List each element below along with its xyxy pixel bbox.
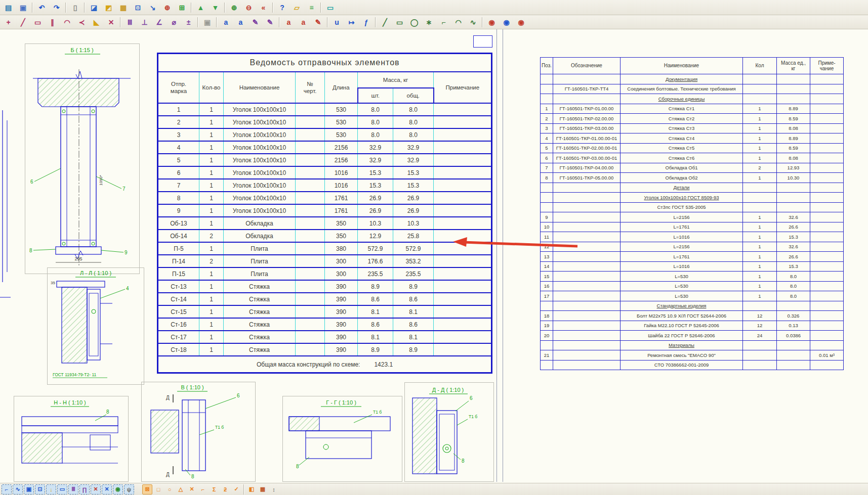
polyline-tool[interactable]: ≺ xyxy=(75,16,89,28)
sheet-icon[interactable]: ▯ xyxy=(68,1,82,14)
seg-line-tool[interactable]: ╱ xyxy=(378,16,392,28)
snap-triangle[interactable]: △ xyxy=(176,484,186,494)
dim-chain-tool[interactable]: ± xyxy=(182,16,195,28)
snap-bars[interactable]: Ⅲ xyxy=(68,484,78,494)
snap-points-icon[interactable]: ↕ xyxy=(269,484,279,494)
angle-tool[interactable]: ◣ xyxy=(90,16,103,28)
snap-sigma-off[interactable]: ƻ xyxy=(220,484,230,494)
hatched-end xyxy=(289,417,319,431)
fit-window-icon[interactable]: ⊡ xyxy=(131,1,145,14)
snap-check[interactable]: ✓ xyxy=(231,484,241,494)
shipping-cell: 1 xyxy=(199,179,224,192)
web-red2-icon[interactable]: ◉ xyxy=(514,16,528,28)
dim-vertical-tool[interactable]: ⊥ xyxy=(138,16,151,28)
doc-yellow-icon[interactable]: ◩ xyxy=(102,1,115,14)
view-v[interactable]: В ( 1:10 ) Д 6 Т1 б 8 Д xyxy=(141,382,256,482)
view-nn[interactable]: Н - Н ( 1:10 ) 8 xyxy=(14,396,129,482)
zoom-out-icon[interactable]: ⊖ xyxy=(242,1,256,14)
style-brush-tool[interactable]: ✎ xyxy=(249,16,262,28)
snap-x[interactable]: ✕ xyxy=(187,484,197,494)
spec-cell: 8.89 xyxy=(777,133,810,144)
view-gg[interactable]: Г - Г ( 1:10 ) Т1 б 8 xyxy=(282,396,402,482)
point-tool[interactable]: + xyxy=(2,16,15,28)
brush-red-tool[interactable]: ✎ xyxy=(311,16,325,28)
text-tool[interactable]: a xyxy=(219,16,233,28)
redo-icon[interactable]: ↷ xyxy=(50,1,63,14)
snap-cross-red[interactable]: ✕ xyxy=(91,484,101,494)
snap-plug[interactable]: ψ xyxy=(124,484,134,494)
shipping-cell: Уголок 100х100х10 xyxy=(224,116,296,128)
seg-corner-tool[interactable]: ⌐ xyxy=(437,16,450,28)
text-multi-tool[interactable]: a xyxy=(234,16,247,28)
insert-view-tool[interactable]: u xyxy=(330,16,344,28)
dim-linear-tool[interactable]: Ⅲ xyxy=(123,16,137,28)
shipping-elements-table[interactable]: Ведомость отправочных элементов Отпр. ма… xyxy=(157,53,492,374)
paste-icon[interactable]: ▣ xyxy=(16,1,30,14)
rebuild-down-icon[interactable]: ▼ xyxy=(209,1,222,14)
zoom-prev-icon[interactable]: « xyxy=(257,1,270,14)
doc-list-icon[interactable]: ≡ xyxy=(305,1,318,14)
snap-rect[interactable]: ▭ xyxy=(57,484,67,494)
seg-rect-tool[interactable]: ▭ xyxy=(393,16,406,28)
doc-blue-icon[interactable]: ◪ xyxy=(87,1,101,14)
shipping-cell: Обкладка xyxy=(224,217,296,230)
snap-x-active[interactable]: ⊠ xyxy=(142,484,152,494)
rebuild-up-icon[interactable]: ▲ xyxy=(194,1,208,14)
undo-icon[interactable]: ↶ xyxy=(35,1,49,14)
style-copy-tool[interactable]: ✎ xyxy=(263,16,277,28)
web-blue-icon[interactable]: ◉ xyxy=(500,16,513,28)
snap-circle[interactable]: ○ xyxy=(164,484,175,494)
spec-cell: 8.08 xyxy=(777,153,810,163)
seg-curve-tool[interactable]: ∿ xyxy=(466,16,480,28)
macro-tool[interactable]: ▣ xyxy=(200,16,214,28)
col-header-name: Наименование xyxy=(224,72,296,103)
snap-fit[interactable]: ⊡ xyxy=(35,484,45,494)
ortho-icon[interactable]: ◧ xyxy=(246,484,257,494)
text-red-multi-tool[interactable]: a xyxy=(297,16,310,28)
snap-box[interactable]: ▣ xyxy=(24,484,34,494)
snap-curve[interactable]: ∿ xyxy=(13,484,23,494)
spec-cell: 1 xyxy=(743,261,777,272)
spec-cell: Болт М22х75 10.9 Х/Л ГОСТ 52644-2006 xyxy=(621,311,743,321)
grid-icon[interactable]: ▦ xyxy=(258,484,268,494)
add-doc-icon[interactable]: ⊞ xyxy=(175,1,189,14)
specification-table[interactable]: Поз. Обозначение Наименование Кол Масса … xyxy=(540,57,844,370)
seg-spline-tool[interactable]: ∗ xyxy=(422,16,436,28)
rect-tool[interactable]: ▭ xyxy=(31,16,45,28)
snap-sigma[interactable]: Σ xyxy=(209,484,219,494)
dim-diameter-tool[interactable]: ⌀ xyxy=(167,16,181,28)
dim-angular-tool[interactable]: ∠ xyxy=(152,16,166,28)
callout-6: 6 xyxy=(470,395,473,401)
line-tool[interactable]: ╱ xyxy=(16,16,30,28)
zoom-in-icon[interactable]: ⊕ xyxy=(227,1,241,14)
snap-square[interactable]: □ xyxy=(153,484,163,494)
view-ll[interactable]: Л - Л ( 1:10 ) 4 35 ГОСТ 11934-79-Т2- 11 xyxy=(47,267,144,385)
tiles-icon[interactable]: ▦ xyxy=(116,1,130,14)
insert-arrow-tool[interactable]: ↦ xyxy=(345,16,358,28)
snap-angle[interactable]: ⌐ xyxy=(198,484,208,494)
view-dd[interactable]: Д - Д ( 1:10 ) 6 Т1 б 8 xyxy=(404,382,494,482)
export-icon[interactable]: ▤ xyxy=(2,1,15,14)
shipping-cell: 1 xyxy=(199,128,224,141)
web-red-icon[interactable]: ◉ xyxy=(485,16,499,28)
insert-f-tool[interactable]: ƒ xyxy=(359,16,373,28)
arc-tool[interactable]: ◠ xyxy=(60,16,74,28)
open-folder-icon[interactable]: ▱ xyxy=(290,1,304,14)
pan-icon[interactable]: ↘ xyxy=(146,1,159,14)
view-b[interactable]: Б ( 1:15 ) 295 1090* 6 7 8 9 xyxy=(25,43,140,274)
axis-tool[interactable]: ✕ xyxy=(104,16,118,28)
text-red-tool[interactable]: a xyxy=(282,16,296,28)
parallel-tool[interactable]: ∥ xyxy=(46,16,59,28)
snap-corner[interactable]: ⌐ xyxy=(2,484,12,494)
snap-drop[interactable]: ↓ xyxy=(46,484,56,494)
spec-cell xyxy=(541,84,553,94)
seg-circle-tool[interactable]: ◯ xyxy=(407,16,421,28)
snap-cross-blue[interactable]: ✕ xyxy=(102,484,112,494)
screen-icon[interactable]: ▭ xyxy=(323,1,337,14)
globe-icon[interactable]: ⊕ xyxy=(160,1,174,14)
snap-globe[interactable]: ◉ xyxy=(113,484,123,494)
help-icon[interactable]: ? xyxy=(275,1,289,14)
snap-pi[interactable]: ∏ xyxy=(79,484,90,494)
seg-arc-tool[interactable]: ◠ xyxy=(451,16,465,28)
drawing-canvas[interactable]: Б ( 1:15 ) 295 1090* 6 7 8 9 Л - Л ( 1:1… xyxy=(0,29,868,483)
